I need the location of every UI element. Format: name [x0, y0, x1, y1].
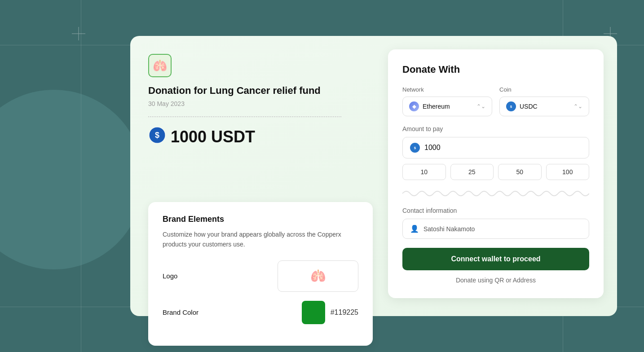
network-coin-row: Network ◆ Ethereum ⌃⌄ Coin $ USDC ⌃⌄ [402, 86, 589, 116]
quick-amount-50[interactable]: 50 [498, 164, 542, 180]
coin-label: Coin [499, 86, 589, 93]
contact-section: Contact information 👤 Satoshi Nakamoto [402, 207, 589, 239]
main-card: 🫁 Donation for Lung Cancer relief fund 3… [130, 36, 617, 316]
network-chevrons: ⌃⌄ [476, 103, 485, 110]
brand-elements-description: Customize how your brand appears globall… [163, 229, 358, 250]
donation-info: 🫁 Donation for Lung Cancer relief fund 3… [148, 54, 341, 148]
donate-panel-title: Donate With [402, 64, 589, 75]
person-icon: 👤 [410, 224, 419, 233]
qr-address-link[interactable]: Donate using QR or Address [402, 277, 589, 284]
network-field-group: Network ◆ Ethereum ⌃⌄ [402, 86, 492, 116]
brand-color-label: Brand Color [163, 308, 198, 316]
usdc-icon: $ [506, 101, 516, 111]
amount-label: Amount to pay [402, 125, 589, 132]
donation-date: 30 May 2023 [148, 100, 341, 107]
coin-chevrons: ⌃⌄ [573, 103, 582, 110]
contact-value: Satoshi Nakamoto [423, 225, 475, 233]
network-value: Ethereum [423, 103, 450, 110]
coin-value: USDC [520, 103, 538, 110]
quick-amount-25[interactable]: 25 [450, 164, 494, 180]
ethereum-icon: ◆ [409, 101, 419, 111]
network-label: Network [402, 86, 492, 93]
donation-amount: 1000 USDT [171, 128, 255, 146]
logo-preview[interactable]: 🫁 [278, 260, 358, 292]
network-select-left: ◆ Ethereum [409, 101, 450, 111]
coin-select[interactable]: $ USDC ⌃⌄ [499, 97, 589, 116]
brand-logo-label: Logo [163, 272, 177, 280]
wavy-divider [402, 189, 589, 198]
amount-input[interactable]: $ 1000 [402, 137, 589, 158]
crosshair-top-left [72, 27, 85, 40]
color-swatch[interactable] [302, 301, 325, 324]
svg-text:$: $ [155, 131, 159, 140]
brand-color-row: Brand Color #119225 [163, 301, 358, 324]
amount-input-value: 1000 [424, 144, 441, 152]
donate-panel: Donate With Network ◆ Ethereum ⌃⌄ Coin $ [388, 49, 604, 298]
coin-select-left: $ USDC [506, 101, 538, 111]
color-hex-value: #119225 [331, 308, 358, 317]
divider [148, 116, 341, 117]
donation-logo-badge: 🫁 [148, 54, 172, 77]
brand-elements-card: Brand Elements Customize how your brand … [148, 202, 373, 346]
amount-row: $ 1000 USDT [148, 126, 341, 148]
quick-amount-10[interactable]: 10 [402, 164, 446, 180]
donation-title: Donation for Lung Cancer relief fund [148, 84, 341, 97]
brand-logo-row: Logo 🫁 [163, 260, 358, 292]
coin-field-group: Coin $ USDC ⌃⌄ [499, 86, 589, 116]
quick-amount-100[interactable]: 100 [546, 164, 590, 180]
contact-input[interactable]: 👤 Satoshi Nakamoto [402, 219, 589, 239]
connect-wallet-button[interactable]: Connect wallet to proceed [402, 248, 589, 270]
contact-label: Contact information [402, 207, 589, 214]
brand-elements-title: Brand Elements [163, 215, 358, 224]
amount-icon: $ [148, 126, 166, 148]
amount-usdc-icon: $ [410, 143, 420, 153]
network-select[interactable]: ◆ Ethereum ⌃⌄ [402, 97, 492, 116]
color-preview-row: #119225 [302, 301, 358, 324]
quick-amounts-row: 10 25 50 100 [402, 164, 589, 180]
